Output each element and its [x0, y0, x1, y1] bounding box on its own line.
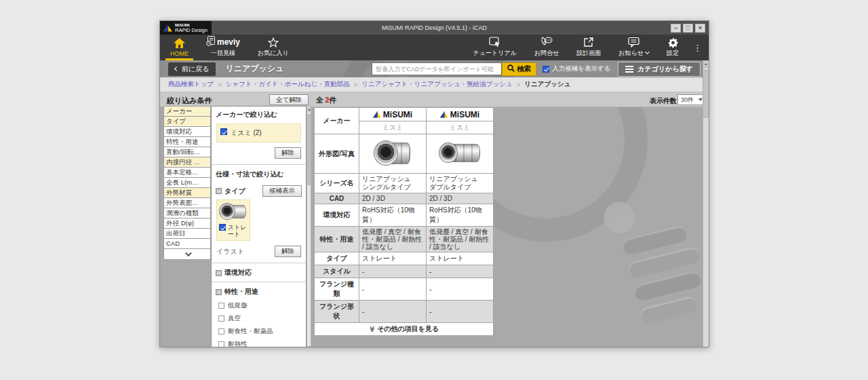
search-bar: 前に戻る リニアブッシュ 検索 入力候補を表示する カテゴリから探す — [160, 60, 709, 77]
sidebar-expand-button[interactable] — [163, 249, 211, 260]
scrollbar-thumb[interactable] — [703, 70, 709, 117]
sidebar-item-maker[interactable]: メーカー — [163, 107, 211, 117]
clear-all-button[interactable]: 全て解除 — [269, 94, 309, 105]
home-button[interactable]: HOME — [161, 35, 197, 60]
external-screen-icon — [583, 37, 594, 48]
minimize-button[interactable]: – — [671, 24, 681, 33]
type-clear-button[interactable]: 解除 — [275, 246, 301, 257]
meviy-button[interactable]: meviy 一括見積 — [197, 35, 249, 60]
search-icon — [507, 64, 515, 73]
show-more-row[interactable]: ≫その他の項目を見る — [315, 323, 494, 336]
meviy-brand: meviy — [217, 37, 240, 47]
collapse-icon[interactable] — [216, 289, 222, 295]
panel-scrollbar[interactable] — [307, 106, 311, 347]
sidebar-item-lubrication[interactable]: 潤滑の種類 — [163, 208, 211, 218]
illustration-label: イラスト — [216, 247, 244, 256]
maker-logo-cell[interactable]: MiSUMi — [427, 108, 494, 121]
sidebar-item-surface[interactable]: 外筒表面… — [163, 198, 211, 208]
checkbox-checked-icon[interactable] — [220, 128, 227, 135]
design-screen-button[interactable]: 設計画面 — [568, 35, 610, 60]
feature-option[interactable]: 耐熱性 — [212, 338, 306, 347]
checkbox-empty-icon[interactable] — [218, 316, 224, 322]
row-label-feature: 特性・用途 — [315, 227, 359, 252]
row-label-flange-kind: フランジ種類 — [315, 278, 359, 301]
feature-option[interactable]: 低発塵 — [212, 299, 306, 312]
maker-checkbox-row[interactable]: ミスミ (2) — [216, 124, 301, 142]
contact-button[interactable]: お問合せ — [526, 35, 568, 60]
maker-clear-button[interactable]: 解除 — [275, 147, 301, 159]
design-label: 設計画面 — [576, 49, 601, 58]
chevron-left-icon — [174, 66, 179, 71]
contact-icon — [540, 37, 553, 48]
breadcrumb-separator: > — [218, 81, 222, 88]
scroll-up-button[interactable] — [307, 107, 311, 113]
row-label-series: シリーズ名 — [315, 174, 359, 193]
flange-kind-cell: - — [427, 278, 494, 301]
search-button[interactable]: 検索 — [502, 62, 536, 76]
suggest-toggle[interactable]: 入力候補を表示する — [542, 64, 610, 73]
more-menu-button[interactable]: ⋮ — [688, 35, 707, 60]
checkbox-empty-icon[interactable] — [218, 303, 224, 309]
checkbox-empty-icon[interactable] — [218, 341, 224, 347]
meviy-quote-icon — [206, 36, 216, 48]
collapse-icon[interactable] — [216, 188, 222, 194]
flange-shape-cell: - — [359, 301, 427, 323]
type-option-card[interactable]: ストレート — [216, 200, 250, 241]
product-image-cell[interactable] — [359, 134, 427, 174]
window-title: MiSUMi RAPiD Design (V4.5.1) - iCAD — [382, 24, 487, 31]
maximize-button[interactable]: □ — [683, 24, 693, 33]
sidebar-item-material[interactable]: 外筒材質 — [163, 188, 211, 198]
perpage-select[interactable]: 30件 — [677, 94, 706, 105]
collapse-icon[interactable] — [216, 270, 222, 276]
scroll-up-button[interactable] — [703, 60, 709, 68]
breadcrumb-link[interactable]: シャフト・ガイド・ボールねじ・直動部品 — [226, 80, 350, 89]
tutorial-button[interactable]: チュートリアル — [465, 35, 526, 60]
category-button[interactable]: カテゴリから探す — [618, 62, 701, 77]
checkbox-checked-icon[interactable] — [219, 224, 226, 231]
chevron-down-icon — [645, 50, 650, 54]
series-name-cell[interactable]: リニアブッシュ ダブルタイプ — [427, 174, 494, 193]
sidebar-item-rating[interactable]: 基本定格… — [163, 168, 211, 178]
product-image-cell[interactable] — [427, 134, 494, 174]
breadcrumb-link[interactable]: リニアシャフト・リニアブッシュ・無給油ブッシュ — [361, 80, 513, 89]
environment-cell: RoHS対応（10物質） — [359, 204, 427, 227]
breadcrumb-link[interactable]: 商品検索トップ — [168, 80, 214, 89]
feature-option[interactable]: 耐食性・耐薬品 — [212, 325, 306, 338]
sidebar-item-motion[interactable]: 直動/回転… — [163, 147, 211, 157]
checkbox-checked-icon[interactable] — [542, 66, 549, 73]
notice-button[interactable]: お知らせ — [610, 35, 658, 60]
series-name-cell[interactable]: リニアブッシュ シングルタイプ — [359, 174, 427, 193]
part-number-search-input[interactable] — [372, 62, 502, 75]
cad-cell: 2D / 3D — [427, 193, 494, 204]
settings-button[interactable]: 設定 — [658, 35, 688, 60]
close-button[interactable]: × — [695, 24, 705, 33]
suggest-display-button[interactable]: 候補表示 — [262, 185, 302, 197]
back-label: 前に戻る — [182, 64, 209, 74]
feature-cell: 低発塵 / 真空 / 耐食性・耐薬品 / 耐熱性 / 該当なし — [359, 227, 427, 252]
maker-name-cell: ミスミ — [359, 121, 427, 134]
logo-line2: RAPiD Design — [175, 28, 208, 33]
sidebar-item-inner-dia[interactable]: 内接円径 … — [163, 157, 211, 168]
sidebar-item-type[interactable]: タイプ — [163, 117, 211, 127]
feature-option[interactable]: 真空 — [212, 312, 306, 325]
checkbox-empty-icon[interactable] — [218, 328, 224, 335]
sidebar-item-feature[interactable]: 特性・用途 — [163, 137, 211, 147]
results-header-strip — [160, 92, 703, 107]
main-scrollbar[interactable] — [703, 60, 709, 347]
sidebar-item-ship-date[interactable]: 出荷日 — [163, 229, 211, 239]
sidebar-item-cad[interactable]: CAD — [163, 239, 211, 249]
perpage-label: 表示件数 — [650, 96, 677, 106]
environment-cell: RoHS対応（10物質） — [427, 204, 494, 227]
back-button[interactable]: 前に戻る — [168, 62, 216, 76]
sidebar-item-outer-dia[interactable]: 外径 D(φ) — [163, 218, 211, 229]
maker-logo-cell[interactable]: MiSUMi — [359, 108, 427, 121]
sidebar-item-length[interactable]: 全長 L(m… — [163, 178, 211, 188]
row-label-flange-shape: フランジ形状 — [315, 301, 359, 323]
meviy-label: 一括見積 — [211, 49, 235, 58]
sidebar-item-environment[interactable]: 環境対応 — [163, 127, 211, 137]
app-logo: MiSUMi RAPiD Design — [160, 21, 212, 35]
misumi-logo-icon — [440, 111, 448, 118]
scrollbar-thumb[interactable] — [307, 114, 311, 185]
favorites-button[interactable]: お気に入り — [249, 35, 298, 60]
row-label-environment: 環境対応 — [315, 204, 359, 227]
